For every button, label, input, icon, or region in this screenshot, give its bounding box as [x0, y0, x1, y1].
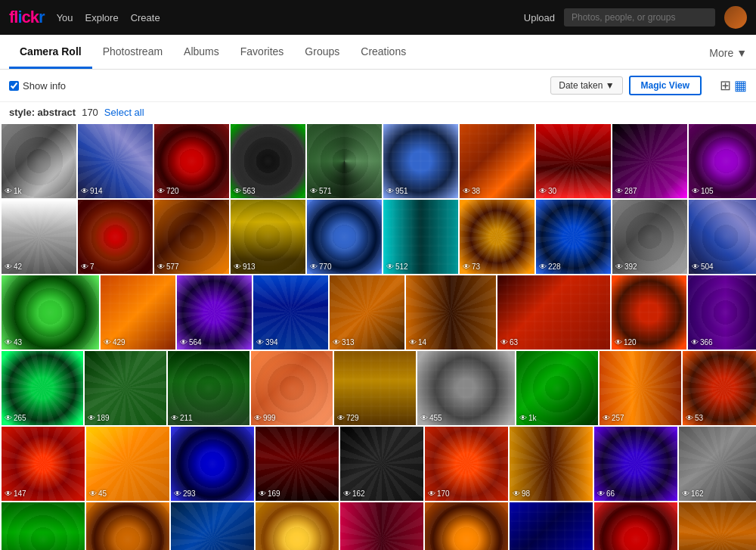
nav-explore[interactable]: Explore	[85, 12, 119, 23]
show-info-checkbox[interactable]	[9, 81, 19, 91]
photo-cell[interactable]: 👁914	[78, 124, 153, 198]
photo-cell[interactable]: 👁43	[2, 275, 99, 350]
photo-cell[interactable]: 👁999	[251, 351, 333, 425]
view-count: 👁53	[686, 414, 703, 422]
photo-row-2: 👁43👁429👁564👁394👁313👁14👁63👁120👁366	[2, 275, 754, 350]
photo-cell[interactable]: 👁66	[594, 427, 677, 501]
photo-cell[interactable]: 👁120	[612, 275, 686, 350]
tab-albums[interactable]: Albums	[173, 35, 230, 69]
photo-cell[interactable]: 👁1k	[425, 502, 508, 550]
photo-cell[interactable]: 👁1.6k	[340, 502, 423, 550]
tab-camera-roll[interactable]: Camera Roll	[9, 35, 92, 69]
view-count: 👁42	[5, 263, 22, 271]
photo-cell[interactable]: 👁y9k	[510, 502, 593, 550]
photo-cell[interactable]: 👁98	[510, 427, 593, 501]
photo-cell[interactable]: 👁265	[2, 351, 83, 425]
eye-icon: 👁	[5, 489, 12, 498]
search-input[interactable]	[564, 8, 715, 26]
photo-cell[interactable]: 👁287	[612, 124, 687, 198]
photo-cell[interactable]: 👁313	[330, 275, 404, 350]
eye-icon: 👁	[259, 489, 266, 498]
photo-cell[interactable]: 👁293	[171, 427, 254, 501]
photo-cell[interactable]: 👁1.5k	[256, 502, 339, 550]
photo-cell[interactable]: 👁1k	[516, 351, 598, 425]
photo-cell[interactable]: 👁504	[689, 200, 756, 274]
photo-row-3: 👁265👁189👁211👁999👁729👁455👁1k👁257👁53	[2, 351, 754, 425]
photo-cell[interactable]: 👁394	[253, 275, 328, 350]
photo-cell[interactable]: 👁63	[497, 275, 610, 350]
eye-icon: 👁	[81, 187, 88, 195]
photo-cell[interactable]: 👁577	[154, 200, 229, 274]
view-count: 👁147	[5, 489, 26, 498]
magic-view-button[interactable]: Magic View	[629, 76, 702, 95]
photo-cell[interactable]: 👁228	[536, 200, 611, 274]
eye-icon: 👁	[89, 489, 97, 498]
photo-cell[interactable]: 👁162	[340, 427, 423, 501]
photo-cell[interactable]: 👁458	[2, 502, 85, 550]
photo-cell[interactable]: 👁1k	[2, 124, 76, 198]
photo-cell[interactable]: 👁455	[417, 351, 515, 425]
view-count: 👁105	[692, 187, 714, 195]
photo-cell[interactable]: 👁288	[86, 502, 169, 550]
photo-cell[interactable]: 👁392	[612, 200, 687, 274]
eye-icon: 👁	[234, 187, 241, 195]
photo-cell[interactable]: 👁169	[256, 427, 339, 501]
tab-photostream[interactable]: Photostream	[92, 35, 173, 69]
eye-icon: 👁	[500, 338, 508, 346]
photo-cell[interactable]: 👁147	[2, 427, 85, 501]
eye-icon: 👁	[463, 187, 470, 195]
select-all-link[interactable]: Select all	[104, 107, 144, 118]
photo-cell[interactable]: 👁913	[231, 200, 305, 274]
photo-cell[interactable]: 👁720	[154, 124, 229, 198]
more-link[interactable]: More ▼	[709, 47, 747, 59]
photo-cell[interactable]: 👁368	[171, 502, 254, 550]
photo-cell[interactable]: 👁211	[168, 351, 249, 425]
nav-you[interactable]: You	[57, 12, 73, 23]
photo-cell[interactable]: 👁951	[383, 124, 458, 198]
photo-cell[interactable]: 👁429	[101, 275, 175, 350]
photo-cell[interactable]: 👁729	[334, 351, 416, 425]
tab-groups[interactable]: Groups	[294, 35, 350, 69]
photo-cell[interactable]: 👁512	[383, 200, 458, 274]
photo-cell[interactable]: 👁257	[600, 351, 681, 425]
photo-cell[interactable]: 👁366	[688, 275, 756, 350]
eye-icon: 👁	[5, 263, 12, 271]
photo-cell[interactable]: 👁38	[460, 124, 534, 198]
tab-favorites[interactable]: Favorites	[230, 35, 295, 69]
photo-cell[interactable]: 👁571	[307, 124, 382, 198]
photo-cell[interactable]: 👁42	[2, 200, 76, 274]
eye-icon: 👁	[171, 414, 178, 422]
photo-cell[interactable]: 👁189	[85, 351, 166, 425]
photo-cell[interactable]: 👁162	[679, 427, 756, 501]
show-info-label[interactable]: Show info	[9, 80, 66, 92]
nav-create[interactable]: Create	[131, 12, 160, 23]
photo-cell[interactable]: 👁45	[86, 427, 169, 501]
grid-view-icon[interactable]: ⊞	[720, 79, 731, 92]
avatar[interactable]	[724, 6, 747, 29]
photo-cell[interactable]: 👁770	[307, 200, 382, 274]
eye-icon: 👁	[409, 338, 417, 346]
photo-cell[interactable]: 👁30	[536, 124, 611, 198]
photo-cell[interactable]: 👁105	[689, 124, 756, 198]
view-count: 👁914	[81, 187, 103, 195]
photo-cell[interactable]: 👁14	[406, 275, 496, 350]
view-count: 👁63	[500, 338, 518, 346]
eye-icon: 👁	[603, 414, 610, 422]
eye-icon: 👁	[692, 263, 699, 271]
photo-cell[interactable]: 👁53	[683, 351, 756, 425]
tab-creations[interactable]: Creations	[350, 35, 417, 69]
date-taken-button[interactable]: Date taken ▼	[550, 76, 622, 95]
view-count: 👁729	[337, 414, 359, 422]
upload-button[interactable]: Upload	[524, 12, 555, 23]
photo-cell[interactable]: 👁325	[679, 502, 756, 550]
photo-cell[interactable]: 👁564	[177, 275, 252, 350]
justified-view-icon[interactable]: ▦	[734, 79, 747, 92]
flickr-logo[interactable]: flickr	[9, 8, 45, 27]
eye-icon: 👁	[615, 263, 623, 271]
photo-cell[interactable]: 👁170	[425, 427, 508, 501]
photo-cell[interactable]: 👁73	[460, 200, 534, 274]
photo-cell[interactable]: 👁563	[231, 124, 305, 198]
photo-cell[interactable]: 👁7	[78, 200, 153, 274]
eye-icon: 👁	[463, 263, 470, 271]
photo-cell[interactable]: 👁1k	[594, 502, 677, 550]
